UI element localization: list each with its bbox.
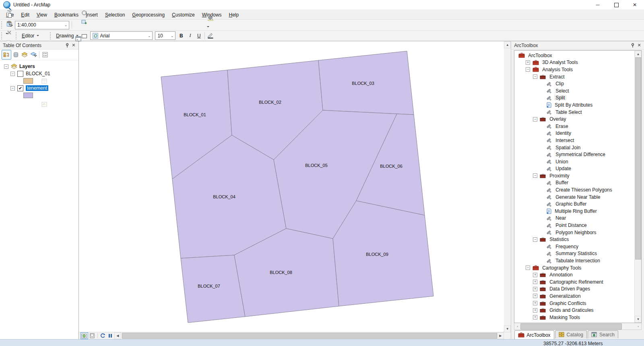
collapse-icon[interactable]: − [4,64,8,69]
refresh-button[interactable] [99,333,106,339]
layer-name-label[interactable]: tenement [26,85,48,91]
atb-item-proximity[interactable]: −Proximity [514,172,634,179]
atb-item-cartographic-refinement[interactable]: +Cartographic Refinement [514,278,634,286]
collapse-icon[interactable]: − [533,74,537,79]
polygon-button[interactable] [40,0,49,4]
chevron-down-icon[interactable]: ⌄ [169,32,175,39]
atb-item-summary-statistics[interactable]: Summary Statistics [514,250,634,257]
atb-item-multiple-ring-buffer[interactable]: Multiple Ring Buffer [514,208,634,215]
expand-icon[interactable]: + [533,308,537,313]
dock-tab-search[interactable]: Search [588,330,618,338]
scroll-down-icon[interactable]: ▼ [635,316,642,323]
toc-symbol-row[interactable] [0,92,78,99]
atb-item-union[interactable]: Union [514,158,634,165]
data-view-button[interactable] [80,332,88,339]
chevron-down-icon[interactable] [75,31,79,40]
list-by-visibility-button[interactable] [20,50,29,59]
scroll-up-icon[interactable]: ▲ [504,41,511,48]
scroll-left-icon[interactable]: ◀ [114,332,121,339]
toc-layer-block_01[interactable]: −BLOCK_01 [0,70,78,77]
scroll-left-icon[interactable]: ‹ [514,323,520,330]
toc-symbol-row[interactable] [0,77,78,84]
atb-item-arctoolbox[interactable]: ArcToolbox [514,52,634,59]
editor-menu-button[interactable]: Editor [19,32,36,39]
snap-button[interactable] [40,12,49,21]
collapse-icon[interactable]: − [533,237,537,242]
scroll-up-icon[interactable]: ▲ [635,51,642,58]
menu-customize[interactable]: Customize [168,11,198,19]
chevron-down-icon[interactable]: ⌄ [63,21,69,29]
expand-icon[interactable]: + [533,280,537,284]
collapse-icon[interactable]: − [526,266,530,270]
atb-item-frequency[interactable]: Frequency [514,243,634,250]
rect-shape-button[interactable] [79,32,89,41]
cut-poly-button[interactable] [40,36,49,45]
chevron-down-icon[interactable]: ⌄ [146,32,152,39]
atb-item-3d-analyst-tools[interactable]: +3D Analyst Tools [514,59,634,66]
list-by-drawing-order-button[interactable] [2,50,11,60]
toolbar-grip[interactable] [50,32,53,39]
toolbar-grip[interactable] [1,21,4,29]
atb-item-polygon-neighbors[interactable]: Polygon Neighbors [514,229,634,236]
collapse-icon[interactable]: − [10,72,15,76]
atb-item-statistics[interactable]: −Statistics [514,236,634,243]
atb-item-symmetrical-difference[interactable]: Symmetrical Difference [514,151,634,158]
atb-item-tabulate-intersection[interactable]: Tabulate Intersection [514,257,634,264]
atb-item-split[interactable]: Split [514,95,634,102]
atb-item-near[interactable]: Near [514,215,634,222]
pin-icon[interactable] [64,42,70,49]
atb-item-analysis-tools[interactable]: −Analysis Tools [514,66,634,73]
toolbar-grip[interactable] [1,32,4,39]
scroll-down-icon[interactable]: ▼ [504,325,511,332]
scroll-right-icon[interactable]: ▶ [497,332,504,339]
toc-root-layers[interactable]: −Layers [0,63,78,70]
atb-item-generalization[interactable]: +Generalization [514,292,634,300]
menu-geoprocessing[interactable]: Geoprocessing [128,11,168,19]
atb-item-buffer[interactable]: Buffer [514,179,634,187]
layer-name-label[interactable]: BLOCK_01 [26,71,50,76]
layer-symbol-swatch[interactable] [23,93,33,98]
scrollbar-thumb[interactable] [635,58,641,260]
font-size-combo[interactable]: 10 ⌄ [155,31,175,40]
add-graphic-button[interactable] [79,17,89,26]
atb-item-data-driven-pages[interactable]: +Data Driven Pages [514,286,634,293]
expand-icon[interactable]: + [533,294,537,298]
map-vertical-scrollbar[interactable]: ▲ ▼ [504,41,511,339]
pause-button[interactable] [107,333,114,339]
list-by-source-button[interactable] [11,50,20,59]
atb-item-generate-near-table[interactable]: Generate Near Table [514,194,634,201]
atb-item-create-thiessen-polygons[interactable]: Create Thiessen Polygons [514,186,634,194]
atb-item-identity[interactable]: Identity [514,130,634,137]
atb-item-intersect[interactable]: Intersect [514,137,634,144]
minimize-button[interactable]: ─ [588,0,607,10]
menu-edit[interactable]: Edit [17,11,33,19]
atb-item-graphic-buffer[interactable]: Graphic Buffer [514,200,634,208]
atb-item-masking-tools[interactable]: +Masking Tools [514,314,634,321]
select-features-button[interactable] [5,21,14,29]
map-horizontal-scrollbar[interactable]: ◀ ▶ [79,332,504,339]
scrollbar-thumb[interactable] [122,333,497,339]
chevron-down-icon[interactable] [36,31,40,40]
expand-icon[interactable]: + [526,60,530,65]
fill-color-button[interactable] [206,14,215,23]
atb-item-annotation[interactable]: +Annotation [514,271,634,278]
atb-item-update[interactable]: Update [514,165,634,173]
pin-icon[interactable] [630,42,636,49]
map-polygon-block_07[interactable] [181,255,245,323]
layer-symbol-swatch[interactable] [23,78,33,84]
atb-item-select[interactable]: Select [514,87,634,95]
scrollbar-thumb[interactable] [520,323,622,330]
atb-item-grids-and-graticules[interactable]: +Grids and Graticules [514,307,634,314]
italic-button[interactable]: I [186,31,194,40]
menu-help[interactable]: Help [225,11,242,19]
restore-button[interactable] [607,0,625,10]
layer-visibility-checkbox[interactable] [17,71,23,77]
toc-layer-tenement[interactable]: −✔tenement [0,84,78,92]
font-family-combo[interactable]: O Arial ⌄ [90,31,153,40]
layer-visibility-checkbox[interactable]: ✔ [17,85,23,91]
menu-selection[interactable]: Selection [101,11,128,19]
reshape-button[interactable] [40,27,49,36]
underline-button[interactable]: U [194,31,203,40]
close-button[interactable]: ✕ [625,0,644,10]
scroll-right-icon[interactable]: › [635,323,641,330]
